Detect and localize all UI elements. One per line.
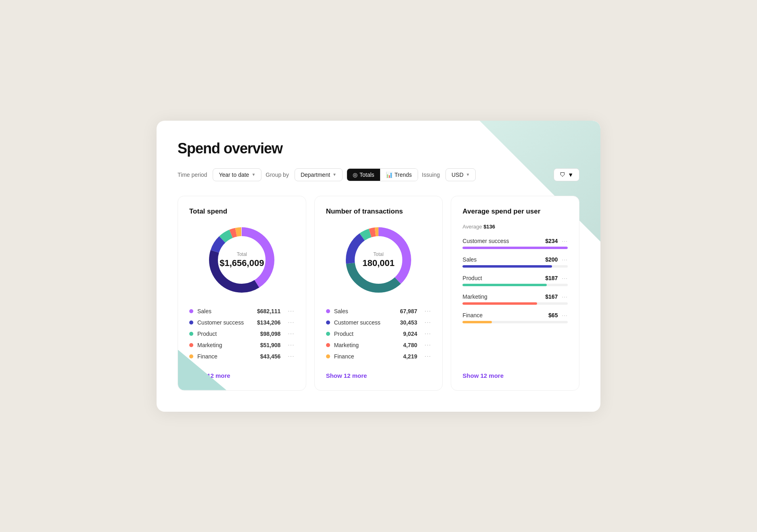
legend-item: Finance $43,456 ··· bbox=[189, 353, 295, 360]
legend-name: Finance bbox=[197, 353, 256, 360]
total-spend-show-more[interactable]: Show 12 more bbox=[189, 364, 295, 379]
legend-name: Sales bbox=[197, 308, 253, 314]
legend-item: Marketing 4,780 ··· bbox=[326, 341, 431, 349]
bar-name: Product bbox=[462, 275, 482, 281]
bar-fill bbox=[462, 265, 552, 268]
avg-spend-bars: Customer success $234 ··· Sales $200 ···… bbox=[462, 238, 568, 331]
legend-value: 67,987 bbox=[400, 308, 417, 314]
bar-value: $65 bbox=[548, 312, 558, 318]
bar-row: Sales $200 ··· bbox=[462, 256, 568, 268]
total-spend-title: Total spend bbox=[189, 207, 295, 216]
legend-item: Marketing $51,908 ··· bbox=[189, 341, 295, 349]
bar-track bbox=[462, 302, 568, 305]
legend-dot bbox=[189, 320, 193, 325]
more-options-icon[interactable]: ··· bbox=[425, 308, 431, 315]
bar-value: $187 bbox=[545, 275, 558, 281]
bar-name: Sales bbox=[462, 256, 477, 263]
total-spend-donut: Total $1,656,009 bbox=[205, 224, 278, 296]
bar-track bbox=[462, 265, 568, 268]
more-options-icon[interactable]: ··· bbox=[562, 256, 568, 263]
legend-dot bbox=[189, 309, 193, 313]
more-options-icon[interactable]: ··· bbox=[425, 330, 431, 337]
avg-spend-show-more[interactable]: Show 12 more bbox=[462, 364, 568, 379]
main-card: Spend overview Time period Year to date … bbox=[157, 121, 600, 412]
legend-value: $134,206 bbox=[257, 319, 280, 326]
group-by-label: Group by bbox=[266, 172, 289, 178]
more-options-icon[interactable]: ··· bbox=[288, 319, 294, 326]
transactions-donut: Total 180,001 bbox=[342, 224, 415, 296]
more-options-icon[interactable]: ··· bbox=[288, 353, 294, 360]
legend-item: Finance 4,219 ··· bbox=[326, 353, 431, 360]
legend-value: $43,456 bbox=[260, 353, 281, 360]
legend-item: Customer success 30,453 ··· bbox=[326, 319, 431, 326]
bar-fill bbox=[462, 247, 568, 249]
more-options-icon[interactable]: ··· bbox=[562, 293, 568, 300]
legend-name: Customer success bbox=[197, 319, 253, 326]
transactions-center: Total 180,001 bbox=[362, 251, 395, 268]
bar-track bbox=[462, 284, 568, 286]
legend-dot bbox=[326, 354, 330, 358]
more-options-icon[interactable]: ··· bbox=[562, 238, 568, 244]
bar-name: Finance bbox=[462, 312, 483, 318]
legend-dot bbox=[326, 320, 330, 325]
trends-icon: 📊 bbox=[386, 172, 393, 178]
legend-name: Product bbox=[197, 331, 256, 337]
legend-dot bbox=[326, 309, 330, 313]
issuing-label: Issuing bbox=[422, 172, 440, 178]
bar-fill bbox=[462, 321, 492, 323]
legend-name: Marketing bbox=[197, 342, 256, 348]
chevron-down-icon: ▼ bbox=[466, 172, 470, 177]
more-options-icon[interactable]: ··· bbox=[562, 275, 568, 281]
filter-button[interactable]: ⛉ ▼ bbox=[554, 168, 579, 181]
more-options-icon[interactable]: ··· bbox=[288, 308, 294, 315]
legend-name: Finance bbox=[334, 353, 399, 360]
page-title: Spend overview bbox=[178, 140, 579, 157]
transactions-title: Number of transactions bbox=[326, 207, 431, 216]
currency-dropdown[interactable]: USD ▼ bbox=[445, 168, 476, 181]
totals-icon: ◎ bbox=[353, 172, 358, 178]
total-spend-donut-container: Total $1,656,009 bbox=[189, 224, 295, 296]
bar-value: $200 bbox=[545, 256, 558, 263]
legend-item: Product 9,024 ··· bbox=[326, 330, 431, 337]
legend-name: Sales bbox=[334, 308, 396, 314]
more-options-icon[interactable]: ··· bbox=[425, 341, 431, 349]
avg-spend-card: Average spend per user Average $136 Cust… bbox=[451, 196, 579, 391]
time-period-dropdown[interactable]: Year to date ▼ bbox=[213, 168, 261, 181]
bar-name: Marketing bbox=[462, 293, 487, 300]
toolbar: Time period Year to date ▼ Group by Depa… bbox=[178, 168, 579, 181]
bar-value: $167 bbox=[545, 293, 558, 300]
more-options-icon[interactable]: ··· bbox=[562, 312, 568, 318]
more-options-icon[interactable]: ··· bbox=[288, 330, 294, 337]
time-period-label: Time period bbox=[178, 172, 207, 178]
legend-dot bbox=[189, 332, 193, 336]
bar-name: Customer success bbox=[462, 238, 509, 244]
legend-item: Product $98,098 ··· bbox=[189, 330, 295, 337]
chevron-down-icon: ▼ bbox=[332, 172, 337, 177]
avg-spend-subtitle: Average $136 bbox=[462, 224, 568, 230]
bar-row: Finance $65 ··· bbox=[462, 312, 568, 323]
legend-value: $682,111 bbox=[257, 308, 280, 314]
legend-dot bbox=[326, 343, 330, 347]
legend-dot bbox=[326, 332, 330, 336]
transactions-legend: Sales 67,987 ··· Customer success 30,453… bbox=[326, 308, 431, 364]
transactions-show-more[interactable]: Show 12 more bbox=[326, 364, 431, 379]
trends-toggle[interactable]: 📊 Trends bbox=[380, 169, 418, 181]
bar-track bbox=[462, 247, 568, 249]
group-by-dropdown[interactable]: Department ▼ bbox=[295, 168, 343, 181]
legend-name: Customer success bbox=[334, 319, 396, 326]
bar-fill bbox=[462, 284, 547, 286]
chevron-down-icon: ▼ bbox=[251, 172, 255, 177]
more-options-icon[interactable]: ··· bbox=[425, 353, 431, 360]
legend-value: 4,780 bbox=[403, 342, 417, 348]
legend-value: $51,908 bbox=[260, 342, 281, 348]
cards-row: Total spend bbox=[178, 196, 579, 391]
bar-row: Product $187 ··· bbox=[462, 275, 568, 286]
legend-name: Product bbox=[334, 331, 399, 337]
more-options-icon[interactable]: ··· bbox=[425, 319, 431, 326]
totals-toggle[interactable]: ◎ Totals bbox=[347, 169, 380, 181]
more-options-icon[interactable]: ··· bbox=[288, 341, 294, 349]
transactions-donut-container: Total 180,001 bbox=[326, 224, 431, 296]
bar-row: Marketing $167 ··· bbox=[462, 293, 568, 305]
legend-dot bbox=[189, 354, 193, 358]
legend-value: 30,453 bbox=[400, 319, 417, 326]
